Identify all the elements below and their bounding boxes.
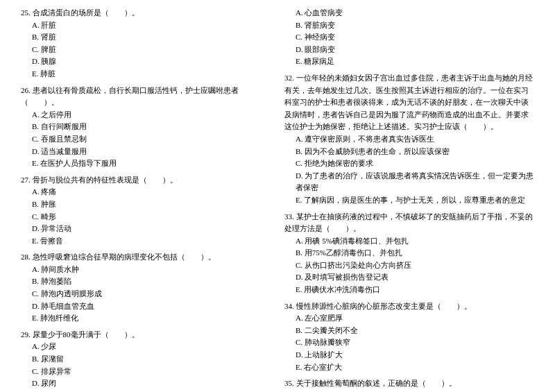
question-29: 29. 尿量少于80毫升满于（ ）。 A. 少尿 B. 尿潴留 C. 排尿异常 … xyxy=(21,329,271,392)
q32-optB: B. 因为不会威胁到患者的生命，所以应该保密 xyxy=(284,146,534,158)
q26-optE: E. 在医护人员指导下服用 xyxy=(21,157,271,170)
q29-optA: A. 少尿 xyxy=(21,341,271,353)
question-32: 32. 一位年轻的未婚妇女因子宫出血过多住院，患者主诉于出血与她的月经有关，去年… xyxy=(284,72,534,207)
q26-title: 26. 患者以往有骨质疏松，自行长期口服活性钙，护士应嘱咐患者（ ）。 xyxy=(21,85,271,109)
left-column: 25. 合成清蛋白的场所是（ ）。 A. 肝脏 B. 肾脏 C. 脾脏 D. 胰… xyxy=(21,7,271,392)
q27-optB: B. 肿胀 xyxy=(21,198,271,211)
q35-title: 35. 关于接触性葡萄酮的叙述，正确的是（ ）。 xyxy=(284,377,534,390)
q33-optD: D. 及时填写被损伤告登记表 xyxy=(284,271,534,284)
right-column: A. 心血管病变 B. 肾脏病变 C. 神经病变 D. 眼部病变 E. 糖尿病足… xyxy=(284,7,534,392)
question-25: 25. 合成清蛋白的场所是（ ）。 A. 肝脏 B. 肾脏 C. 脾脏 D. 胰… xyxy=(21,7,271,80)
q31-optE: E. 糖尿病足 xyxy=(284,56,534,68)
q34-title: 34. 慢性肺源性心脏病的心脏形态改变主要是（ ）。 xyxy=(284,300,534,313)
q31-optC: C. 神经病变 xyxy=(284,31,534,44)
q28-optB: B. 肺泡萎陷 xyxy=(21,275,271,288)
question-26: 26. 患者以往有骨质疏松，自行长期口服活性钙，护士应嘱咐患者（ ）。 A. 之… xyxy=(21,85,271,170)
q27-optE: E. 骨擦音 xyxy=(21,235,271,248)
q26-optA: A. 之后停用 xyxy=(21,109,271,121)
q27-optC: C. 畸形 xyxy=(21,211,271,223)
q32-optA: A. 遵守保密原则，不将患者真实告诉医生 xyxy=(284,133,534,146)
q34-optB: B. 二尖瓣关闭不全 xyxy=(284,325,534,337)
q25-optC: C. 脾脏 xyxy=(21,44,271,56)
q31-optD: D. 眼部病变 xyxy=(284,44,534,56)
q29-optD: D. 尿闭 xyxy=(21,377,271,390)
question-33: 33. 某护士在抽痰药液的过程中，不慎破坏了的安瓿抽药后了手指，不妥的处理方法是… xyxy=(284,211,534,296)
question-35: 35. 关于接触性葡萄酮的叙述，正确的是（ ）。 A. 多使发于十人之流产后 B… xyxy=(284,377,534,392)
q33-optA: A. 用碘 5%碘消毒棉签口、并包扎 xyxy=(284,235,534,248)
q31-optA: A. 心血管病变 xyxy=(284,7,534,19)
q32-optD: D. 为了患者的治疗，应该说服患者将真实情况告诉医生，但一定要为患者保密 xyxy=(284,170,534,194)
question-31-options: A. 心血管病变 B. 肾脏病变 C. 神经病变 D. 眼部病变 E. 糖尿病足 xyxy=(284,7,534,68)
q27-title: 27. 骨折与脱位共有的特征性表现是（ ）。 xyxy=(21,174,271,187)
question-27: 27. 骨折与脱位共有的特征性表现是（ ）。 A. 疼痛 B. 肿胀 C. 畸形… xyxy=(21,174,271,248)
q29-title: 29. 尿量少于80毫升满于（ ）。 xyxy=(21,329,271,341)
q26-optD: D. 适当减量服用 xyxy=(21,146,271,158)
q26-optB: B. 自行间断服用 xyxy=(21,121,271,133)
q27-optD: D. 异常活动 xyxy=(21,223,271,235)
q34-optC: C. 肺动脉瓣狭窄 xyxy=(284,336,534,349)
content-columns: 25. 合成清蛋白的场所是（ ）。 A. 肝脏 B. 肾脏 C. 脾脏 D. 胰… xyxy=(21,7,534,392)
q32-title: 32. 一位年轻的未婚妇女因子宫出血过多住院，患者主诉于出血与她的月经有关，去年… xyxy=(284,72,534,133)
q28-optD: D. 肺毛细血管充血 xyxy=(21,300,271,313)
q32-optE: E. 了解病因，病是医生的事，与护士无关，所以，应尊重患者的意定 xyxy=(284,194,534,207)
q25-optB: B. 肾脏 xyxy=(21,31,271,44)
q28-title: 28. 急性呼吸窘迫综合征早期的病理变化不包括（ ）。 xyxy=(21,251,271,264)
q28-optE: E. 肺泡纤维化 xyxy=(21,312,271,325)
q25-optA: A. 肝脏 xyxy=(21,19,271,32)
q33-optB: B. 用75%乙醇消毒伤口、并包扎 xyxy=(284,247,534,259)
q34-optE: E. 右心室扩大 xyxy=(284,361,534,374)
question-34: 34. 慢性肺源性心脏病的心脏形态改变主要是（ ）。 A. 左心室肥厚 B. 二… xyxy=(284,300,534,374)
q26-optC: C. 吞服且禁忌制 xyxy=(21,133,271,146)
question-28: 28. 急性呼吸窘迫综合征早期的病理变化不包括（ ）。 A. 肺间质水肿 B. … xyxy=(21,251,271,325)
q25-optD: D. 胰腺 xyxy=(21,56,271,68)
q32-optC: C. 拒绝为她保密的要求 xyxy=(284,157,534,170)
q31-optB: B. 肾脏病变 xyxy=(284,19,534,32)
q33-optC: C. 从伤口挤出污染处向心方向挤压 xyxy=(284,259,534,272)
q25-title: 25. 合成清蛋白的场所是（ ）。 xyxy=(21,7,271,19)
q29-optB: B. 尿潴留 xyxy=(21,353,271,366)
q34-optD: D. 上动脉扩大 xyxy=(284,349,534,361)
q33-optE: E. 用碘伏水冲洗消毒伤口 xyxy=(284,284,534,296)
q25-optE: E. 肺脏 xyxy=(21,68,271,80)
q28-optA: A. 肺间质水肿 xyxy=(21,264,271,276)
q33-title: 33. 某护士在抽痰药液的过程中，不慎破坏了的安瓿抽药后了手指，不妥的处理方法是… xyxy=(284,211,534,235)
q34-optA: A. 左心室肥厚 xyxy=(284,312,534,325)
q29-optC: C. 排尿异常 xyxy=(21,366,271,378)
q28-optC: C. 肺泡内透明膜形成 xyxy=(21,288,271,300)
page: 25. 合成清蛋白的场所是（ ）。 A. 肝脏 B. 肾脏 C. 脾脏 D. 胰… xyxy=(21,7,534,392)
q27-optA: A. 疼痛 xyxy=(21,186,271,198)
